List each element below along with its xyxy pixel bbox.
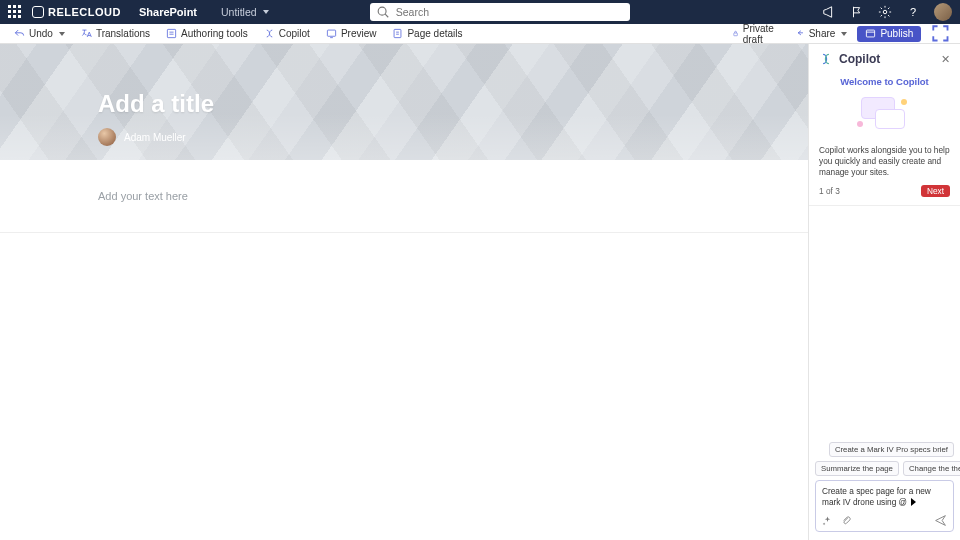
- svg-line-1: [385, 14, 388, 17]
- search-box[interactable]: [370, 3, 630, 21]
- brand-name: RELECLOUD: [48, 6, 121, 18]
- publish-label: Publish: [880, 28, 913, 39]
- svg-point-2: [883, 10, 887, 14]
- page-details-button[interactable]: Page details: [386, 24, 468, 44]
- workspace: Add a title Adam Mueller Add your text h…: [0, 44, 960, 540]
- brand-logo-icon: [32, 6, 44, 18]
- next-button[interactable]: Next: [921, 185, 950, 197]
- preview-button[interactable]: Preview: [320, 24, 383, 44]
- divider: [809, 205, 960, 206]
- suggestion-chip-brief[interactable]: Create a Mark IV Pro specs brief: [829, 442, 954, 457]
- page-details-icon: [392, 28, 403, 39]
- copilot-toolbar-label: Copilot: [279, 28, 310, 39]
- search-icon: [376, 5, 390, 19]
- copilot-prompt-text[interactable]: Create a spec page for a new mark IV dro…: [822, 486, 947, 508]
- tools-icon: [166, 28, 177, 39]
- publish-icon: [865, 28, 876, 39]
- svg-rect-5: [395, 29, 402, 37]
- copilot-header: Copilot ✕: [809, 44, 960, 74]
- translations-label: Translations: [96, 28, 150, 39]
- svg-rect-3: [167, 29, 175, 37]
- copilot-logo-icon: [819, 52, 833, 66]
- search-input[interactable]: [396, 6, 624, 18]
- user-avatar[interactable]: [934, 3, 952, 21]
- author-name[interactable]: Adam Mueller: [124, 132, 186, 143]
- toolbar-right: Private draft Share Publish: [726, 22, 952, 45]
- help-icon[interactable]: ?: [906, 5, 920, 19]
- private-draft-label: Private draft: [743, 23, 778, 45]
- copilot-welcome-heading: Welcome to Copilot: [809, 76, 960, 87]
- product-name: SharePoint: [139, 6, 197, 18]
- undo-button[interactable]: Undo: [8, 24, 71, 44]
- copilot-illustration: [855, 95, 915, 139]
- translations-button[interactable]: Translations: [75, 24, 156, 44]
- svg-rect-4: [327, 30, 335, 36]
- share-icon: [794, 28, 805, 39]
- copilot-pager: 1 of 3 Next: [809, 179, 960, 205]
- document-title: Untitled: [221, 6, 257, 18]
- undo-icon: [14, 28, 25, 39]
- copilot-prompt-box[interactable]: Create a spec page for a new mark IV dro…: [815, 480, 954, 532]
- chevron-down-icon: [841, 32, 847, 36]
- flag-icon[interactable]: [850, 5, 864, 19]
- author-row: Adam Mueller: [98, 128, 808, 146]
- copilot-footer: Create a Mark IV Pro specs brief Summari…: [809, 436, 960, 540]
- title-placeholder[interactable]: Add a title: [98, 90, 808, 118]
- svg-rect-6: [733, 33, 737, 36]
- preview-label: Preview: [341, 28, 377, 39]
- publish-button[interactable]: Publish: [857, 26, 921, 42]
- svg-point-0: [378, 7, 386, 15]
- copilot-toolbar-button[interactable]: Copilot: [258, 24, 316, 44]
- sparkle-icon[interactable]: [822, 515, 833, 526]
- page-details-label: Page details: [407, 28, 462, 39]
- megaphone-icon[interactable]: [822, 5, 836, 19]
- lock-icon: [732, 28, 739, 39]
- app-launcher-icon[interactable]: [8, 5, 22, 19]
- authoring-tools-button[interactable]: Authoring tools: [160, 24, 254, 44]
- suggestion-chip-summarize[interactable]: Summarize the page: [815, 461, 899, 476]
- hero-banner[interactable]: Add a title Adam Mueller: [0, 44, 808, 160]
- share-label: Share: [809, 28, 836, 39]
- private-draft-button[interactable]: Private draft: [726, 24, 784, 44]
- page-toolbar: Undo Translations Authoring tools Copilo…: [0, 24, 960, 44]
- text-cursor-icon: [911, 498, 916, 506]
- chevron-down-icon: [263, 10, 269, 14]
- settings-icon[interactable]: [878, 5, 892, 19]
- body-text-placeholder[interactable]: Add your text here: [0, 160, 808, 233]
- share-button[interactable]: Share: [788, 24, 854, 44]
- authoring-label: Authoring tools: [181, 28, 248, 39]
- svg-rect-7: [867, 30, 875, 37]
- prompt-toolbar: [822, 514, 947, 527]
- pager-text: 1 of 3: [819, 186, 840, 196]
- attachment-icon[interactable]: [841, 515, 852, 526]
- copilot-panel: Copilot ✕ Welcome to Copilot Copilot wor…: [808, 44, 960, 540]
- document-title-dropdown[interactable]: Untitled: [221, 6, 269, 18]
- copilot-title: Copilot: [839, 52, 880, 66]
- header-actions: ?: [822, 3, 952, 21]
- copilot-description: Copilot works alongside you to help you …: [809, 145, 960, 179]
- translate-icon: [81, 28, 92, 39]
- expand-icon[interactable]: [929, 22, 952, 45]
- chevron-down-icon: [59, 32, 65, 36]
- author-avatar[interactable]: [98, 128, 116, 146]
- undo-label: Undo: [29, 28, 53, 39]
- page-canvas: Add a title Adam Mueller Add your text h…: [0, 44, 808, 540]
- close-icon[interactable]: ✕: [941, 53, 950, 66]
- copilot-icon: [264, 28, 275, 39]
- preview-icon: [326, 28, 337, 39]
- app-header: RELECLOUD SharePoint Untitled ?: [0, 0, 960, 24]
- suggestion-chip-theme[interactable]: Change the theme: [903, 461, 960, 476]
- send-icon[interactable]: [934, 514, 947, 527]
- brand: RELECLOUD: [32, 6, 121, 18]
